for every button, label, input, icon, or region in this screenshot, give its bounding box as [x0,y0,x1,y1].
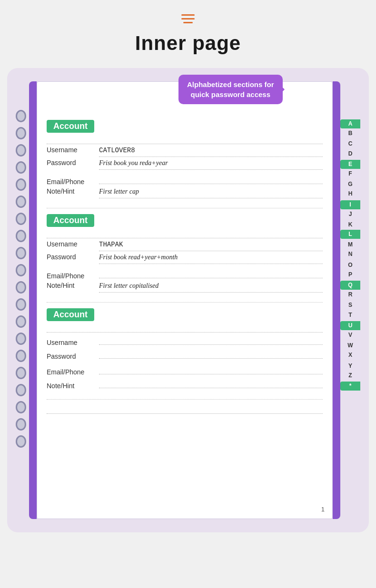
tab-pair[interactable]: KL [340,220,360,239]
notebook-page: Account Username CATLOVER8 Password Fris… [37,81,333,519]
divider-1 [47,208,323,208]
account-badge-2: Account [47,214,94,227]
tab-item-n[interactable]: N [340,250,360,259]
account-badge-3: Account [47,308,94,321]
tab-item-w[interactable]: W [340,341,360,350]
spiral-ring [16,264,26,276]
spiral-ring [16,367,26,379]
purple-cover-right [333,81,340,519]
password-label-1: Password [47,159,99,167]
tab-item-d[interactable]: D [340,149,360,158]
menu-line-2 [181,18,195,20]
tab-pair[interactable]: WX [340,341,360,360]
tab-item-q[interactable]: Q [340,281,360,290]
tab-item-u[interactable]: U [340,321,360,330]
spiral-ring [16,350,26,362]
tab-item-b[interactable]: B [340,129,360,138]
email-label-3: Email/Phone [47,368,99,376]
page-number: 1 [321,506,325,513]
tab-pair[interactable]: MN [340,240,360,259]
entry-section-1: Account Username CATLOVER8 Password Fris… [47,120,323,198]
tab-pair[interactable]: EF [340,160,360,179]
tab-item-*[interactable]: * [340,382,360,391]
menu-icon[interactable] [181,14,195,23]
tab-item-i[interactable]: I [340,200,360,209]
spiral-ring [16,333,26,345]
username-row-1: Username CATLOVER8 [47,146,323,157]
tab-pair[interactable]: IJ [340,200,360,219]
entry-section-2: Account Username THAPAK Password Frist b… [47,214,323,293]
password-row-2: Password Frist book read+year+month [47,253,323,264]
note-label-3: Note/Hint [47,382,99,390]
username-value-2: THAPAK [99,241,323,251]
note-value-3 [99,378,323,388]
password-label-3: Password [47,353,99,360]
tab-item-k[interactable]: K [340,220,360,229]
tab-item-y[interactable]: Y [340,362,360,371]
email-value-2 [99,268,323,278]
spiral-ring [16,315,26,328]
tab-pair[interactable]: YZ [340,362,360,381]
spiral-ring [16,384,26,396]
spiral-ring [16,213,26,225]
tab-item-r[interactable]: R [340,290,360,299]
spiral-ring [16,418,26,431]
email-label-1: Email/Phone [47,178,99,186]
tab-pair[interactable]: OP [340,261,360,280]
username-label-3: Username [47,339,99,346]
note-row-1: Note/Hint First letter cap [47,187,323,198]
tab-pair[interactable]: UV [340,321,360,340]
purple-cover-left [29,81,37,519]
tab-item-z[interactable]: Z [340,371,360,380]
menu-line-1 [181,14,195,16]
password-row-3: Password [47,348,323,360]
tab-pair[interactable]: AB [340,119,360,138]
spiral-ring [16,247,26,259]
note-row-3: Note/Hint [47,378,323,390]
email-label-2: Email/Phone [47,272,99,280]
tab-item-o[interactable]: O [340,261,360,270]
email-value-3 [99,364,323,374]
tab-item-m[interactable]: M [340,240,360,249]
note-label-1: Note/Hint [47,187,99,195]
tab-item-t[interactable]: T [340,311,360,320]
tab-item-f[interactable]: F [340,169,360,178]
spiral-ring [16,127,26,139]
tab-item-h[interactable]: H [340,189,360,198]
tab-item-j[interactable]: J [340,210,360,219]
spiral-ring [16,144,26,157]
password-value-3 [99,348,323,359]
tab-item-p[interactable]: P [340,270,360,279]
spiral-binding [16,81,26,448]
tab-item-a[interactable]: A [340,119,360,128]
password-value-2: Frist book read+year+month [99,254,323,264]
tab-item-s[interactable]: S [340,301,360,310]
notebook-wrapper: Alphabetized sections for quick password… [7,68,369,532]
page-title: Inner page [135,32,241,55]
tab-pair[interactable]: QR [340,281,360,300]
tab-item-e[interactable]: E [340,160,360,169]
tab-pair[interactable]: GH [340,180,360,199]
tab-item-l[interactable]: L [340,230,360,239]
note-value-2: First letter copitalised [99,282,323,293]
tab-pair[interactable]: ST [340,301,360,320]
username-value-1: CATLOVER8 [99,147,323,157]
email-value-1 [99,174,323,184]
password-value-1: Frist book you reda+year [99,159,323,170]
tab-item-x[interactable]: X [340,351,360,360]
username-row-3: Username [47,334,323,346]
spiral-ring [16,401,26,413]
password-label-2: Password [47,253,99,261]
spiral-ring [16,196,26,208]
tab-pair[interactable]: * [340,382,360,391]
tab-item-v[interactable]: V [340,331,360,340]
spiral-ring [16,161,26,174]
spiral-ring [16,281,26,294]
username-label-1: Username [47,146,99,154]
spiral-ring [16,435,26,448]
tab-item-g[interactable]: G [340,180,360,189]
note-value-1: First letter cap [99,188,323,198]
tab-item-c[interactable]: C [340,139,360,148]
tab-pair[interactable]: CD [340,139,360,158]
password-row-1: Password Frist book you reda+year [47,159,323,170]
